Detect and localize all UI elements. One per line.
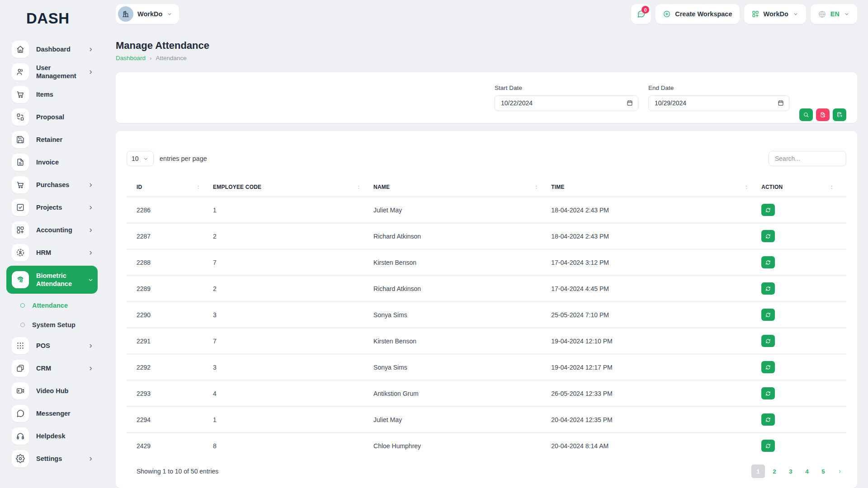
cell-employee-code: 3 <box>213 354 373 380</box>
refresh-icon <box>765 338 771 344</box>
cell-time: 18-04-2024 2:43 PM <box>551 223 761 249</box>
refresh-action-button[interactable] <box>761 256 775 268</box>
sidebar-item-label: Accounting <box>36 226 80 234</box>
refresh-action-button[interactable] <box>761 413 775 426</box>
breadcrumb-dashboard-link[interactable]: Dashboard <box>116 55 146 61</box>
sidebar-item-settings[interactable]: Settings <box>6 447 98 470</box>
sidebar-item-hrm[interactable]: HRM <box>6 241 98 264</box>
cell-name: Sonya Sims <box>373 302 551 328</box>
sidebar-item-accounting[interactable]: Accounting <box>6 219 98 241</box>
language-selector[interactable]: EN <box>811 4 857 24</box>
app-logo[interactable]: DASH <box>0 0 104 37</box>
page-button-5[interactable]: 5 <box>816 465 830 478</box>
notifications-button[interactable]: 0 <box>631 4 651 24</box>
table-row: 22887Kirsten Benson17-04-2024 3:12 PM <box>127 249 846 276</box>
cell-name: Antikstion Grum <box>373 380 551 407</box>
file-x-icon <box>820 112 826 118</box>
workspace-switcher[interactable]: WorkDo <box>744 4 806 24</box>
column-header-id[interactable]: ID <box>127 178 213 197</box>
column-header-employee-code[interactable]: EMPLOYEE CODE <box>213 178 373 197</box>
page-button-4[interactable]: 4 <box>800 465 814 478</box>
end-date-label: End Date <box>648 84 789 91</box>
sidebar-item-purchases[interactable]: Purchases <box>6 174 98 196</box>
refresh-icon <box>765 233 771 239</box>
reset-button[interactable] <box>816 108 830 121</box>
grid-dots-icon <box>12 337 29 354</box>
sidebar-item-messenger[interactable]: Messenger <box>6 402 98 425</box>
page-button-1[interactable]: 1 <box>751 465 765 478</box>
circle-bullet-icon <box>20 303 25 308</box>
column-header-action[interactable]: ACTION <box>761 178 846 197</box>
page-head: Manage Attendance Dashboard › Attendance <box>116 40 857 61</box>
create-workspace-button[interactable]: Create Workspace <box>656 4 739 24</box>
sidebar-item-user-management[interactable]: User Management <box>6 61 98 83</box>
cell-action <box>761 433 846 459</box>
sidebar-item-projects[interactable]: Projects <box>6 196 98 219</box>
table-search-input[interactable] <box>769 151 846 166</box>
cell-name: Kirsten Benson <box>373 328 551 354</box>
entries-per-page-select[interactable]: 10 <box>127 151 154 166</box>
sidebar-item-label: HRM <box>36 249 80 257</box>
refresh-action-button[interactable] <box>761 335 775 347</box>
cell-employee-code: 7 <box>213 249 373 276</box>
column-header-time[interactable]: TIME <box>551 178 761 197</box>
refresh-action-button[interactable] <box>761 440 775 452</box>
chevron-down-icon <box>844 11 850 17</box>
table-controls: 10 entries per page <box>127 151 846 166</box>
sidebar-item-label: Proposal <box>36 113 94 121</box>
attendance-table: IDEMPLOYEE CODENAMETIMEACTION 22861Julie… <box>127 178 846 458</box>
sidebar-item-items[interactable]: Items <box>6 83 98 106</box>
sidebar-item-retainer[interactable]: Retainer <box>6 128 98 151</box>
refresh-action-button[interactable] <box>761 309 775 321</box>
chevron-right-icon <box>87 46 94 53</box>
page-title: Manage Attendance <box>116 40 857 52</box>
cell-time: 17-04-2024 4:45 PM <box>551 276 761 302</box>
copy-icon <box>12 360 29 377</box>
cell-action <box>761 276 846 302</box>
sidebar-item-video-hub[interactable]: Video Hub <box>6 380 98 402</box>
cell-name: Richard Atkinson <box>373 276 551 302</box>
attendance-table-card: 10 entries per page IDEMPLOYEE CODENAMET… <box>116 131 857 488</box>
sidebar-item-helpdesk[interactable]: Helpdesk <box>6 425 98 447</box>
cell-id: 2291 <box>127 328 213 354</box>
sidebar-item-dashboard[interactable]: Dashboard <box>6 38 98 61</box>
cell-employee-code: 8 <box>213 433 373 459</box>
sidebar-subitem-system-setup[interactable]: System Setup <box>6 315 98 334</box>
cell-id: 2292 <box>127 354 213 380</box>
next-page-button[interactable] <box>833 465 846 478</box>
page-button-3[interactable]: 3 <box>784 465 797 478</box>
sidebar-item-invoice[interactable]: Invoice <box>6 151 98 174</box>
column-label: NAME <box>373 184 390 190</box>
column-header-name[interactable]: NAME <box>373 178 551 197</box>
calendar-icon[interactable] <box>777 99 784 107</box>
refresh-action-button[interactable] <box>761 282 775 295</box>
file-icon <box>12 154 29 171</box>
search-button[interactable] <box>799 108 813 121</box>
sidebar-item-pos[interactable]: POS <box>6 334 98 357</box>
calendar-icon[interactable] <box>626 99 633 107</box>
refresh-action-button[interactable] <box>761 387 775 399</box>
sidebar-item-label: Biometric Attendance <box>36 272 80 288</box>
export-button[interactable] <box>833 108 846 121</box>
refresh-icon <box>765 390 771 397</box>
workspace-selector[interactable]: WorkDo <box>116 4 179 24</box>
cell-id: 2429 <box>127 433 213 459</box>
refresh-action-button[interactable] <box>761 230 775 242</box>
refresh-icon <box>765 417 771 423</box>
start-date-input[interactable] <box>495 95 638 111</box>
page-button-2[interactable]: 2 <box>768 465 781 478</box>
fingerprint-icon <box>12 271 29 288</box>
sidebar-item-proposal[interactable]: Proposal <box>6 106 98 128</box>
sidebar-subitem-attendance[interactable]: Attendance <box>6 296 98 315</box>
sidebar-item-biometric-attendance[interactable]: Biometric Attendance <box>6 266 98 294</box>
table-footer: Showing 1 to 10 of 50 entries 12345 <box>127 465 846 478</box>
main-area: WorkDo 0 Create Workspace WorkDo EN <box>104 0 868 488</box>
refresh-action-button[interactable] <box>761 361 775 373</box>
refresh-action-button[interactable] <box>761 204 775 216</box>
sidebar-item-label: Items <box>36 90 94 99</box>
sidebar-item-crm[interactable]: CRM <box>6 357 98 380</box>
sidebar-item-label: CRM <box>36 364 80 372</box>
end-date-input[interactable] <box>648 95 789 111</box>
chevron-down-icon <box>87 277 94 283</box>
cell-time: 19-04-2024 12:10 PM <box>551 328 761 354</box>
